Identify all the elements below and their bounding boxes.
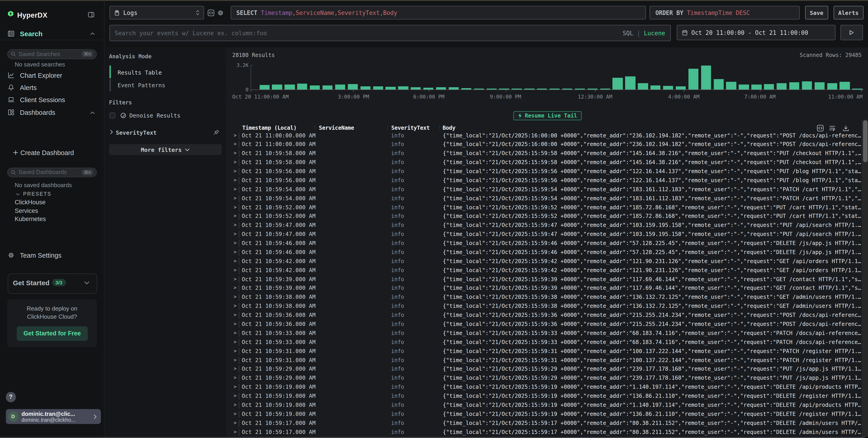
collapse-sidebar-icon[interactable]	[88, 11, 95, 18]
log-row[interactable]: > Oct 21 10:59:42.000 AM info {"time_loc…	[227, 266, 865, 275]
vertical-scrollbar-track[interactable]	[862, 120, 868, 438]
preset-kubernetes[interactable]: Kubernetes	[15, 215, 46, 223]
more-filters-button[interactable]: More filters	[109, 144, 221, 155]
sidebar-item-alerts[interactable]: Alerts	[0, 82, 104, 94]
pin-icon[interactable]	[214, 129, 219, 135]
log-row[interactable]: > Oct 21 10:59:29.000 AM info {"time_loc…	[227, 374, 865, 383]
preset-services[interactable]: Services	[15, 207, 38, 214]
lucene-mode-toggle[interactable]: Lucene	[644, 30, 665, 36]
sidebar-item-client-sessions[interactable]: Client Sessions	[0, 94, 104, 106]
row-expand-chevron[interactable]: >	[234, 177, 237, 183]
log-row[interactable]: > Oct 21 10:59:54.000 AM info {"time_loc…	[227, 194, 865, 203]
row-expand-chevron[interactable]: >	[234, 321, 237, 327]
row-expand-chevron[interactable]: >	[234, 384, 237, 390]
log-row[interactable]: > Oct 21 10:59:47.000 AM info {"time_loc…	[227, 221, 865, 230]
row-expand-chevron[interactable]: >	[234, 213, 237, 219]
date-range-picker[interactable]: Oct 20 11:00:00 - Oct 21 11:00:00	[677, 25, 835, 40]
log-row[interactable]: > Oct 21 10:59:47.000 AM info {"time_loc…	[227, 230, 865, 239]
get-started-card[interactable]: Get Started 3/3	[7, 273, 97, 294]
log-row[interactable]: > Oct 21 10:59:38.000 AM info {"time_loc…	[227, 293, 865, 302]
log-row[interactable]: > Oct 21 10:59:17.000 AM info {"time_loc…	[227, 418, 865, 427]
row-expand-chevron[interactable]: >	[234, 312, 237, 318]
log-row[interactable]: > Oct 21 10:59:39.000 AM info {"time_loc…	[227, 275, 865, 283]
log-row[interactable]: > Oct 21 11:00:00.000 AM info {"time_loc…	[227, 140, 865, 149]
user-menu[interactable]: D dominic.tran@clic... dominic.tran@clic…	[6, 409, 101, 424]
log-row[interactable]: > Oct 21 10:59:46.000 AM info {"time_loc…	[227, 239, 865, 248]
log-row[interactable]: > Oct 21 10:59:31.000 AM info {"time_loc…	[227, 356, 865, 365]
sidebar-item-dashboards[interactable]: Dashboards	[0, 106, 104, 118]
log-row[interactable]: > Oct 21 10:59:56.000 AM info {"time_loc…	[227, 176, 865, 185]
log-row[interactable]: > Oct 21 10:59:19.000 AM info {"time_loc…	[227, 382, 865, 392]
row-expand-chevron[interactable]: >	[234, 186, 237, 192]
save-button[interactable]: Save	[805, 6, 828, 20]
row-expand-chevron[interactable]: >	[234, 294, 237, 300]
row-expand-chevron[interactable]: >	[234, 339, 237, 345]
vertical-scrollbar-thumb[interactable]	[863, 120, 867, 162]
help-button[interactable]: ?	[6, 392, 16, 402]
row-expand-chevron[interactable]: >	[234, 285, 237, 291]
log-row[interactable]: > Oct 21 10:59:31.000 AM info {"time_loc…	[227, 346, 865, 356]
row-expand-chevron[interactable]: >	[234, 258, 237, 264]
create-dashboard-button[interactable]: Create Dashboard	[0, 148, 104, 158]
log-row[interactable]: > Oct 21 10:59:39.000 AM info {"time_loc…	[227, 283, 865, 293]
source-select[interactable]: Logs	[109, 6, 204, 20]
log-row[interactable]: > Oct 21 10:59:33.000 AM info {"time_loc…	[227, 329, 865, 338]
log-row[interactable]: > Oct 21 10:59:36.000 AM info {"time_loc…	[227, 310, 865, 319]
lucene-search-input[interactable]: Search your events w/ Lucene ex. column:…	[109, 25, 671, 41]
gear-icon[interactable]	[217, 9, 224, 16]
row-expand-chevron[interactable]: >	[234, 303, 237, 309]
alerts-button[interactable]: Alerts	[834, 6, 863, 20]
row-expand-chevron[interactable]: >	[234, 429, 237, 435]
severity-filter-group[interactable]: SeverityText	[105, 128, 227, 137]
log-row[interactable]: > Oct 21 10:59:36.000 AM info {"time_loc…	[227, 319, 865, 329]
saved-searches-input[interactable]: Saved Searches ⌘K	[7, 49, 97, 59]
log-row[interactable]: > Oct 21 10:59:19.000 AM info {"time_loc…	[227, 409, 865, 418]
row-expand-chevron[interactable]: >	[234, 411, 237, 417]
log-row[interactable]: > Oct 21 10:59:58.000 AM info {"time_loc…	[227, 158, 865, 167]
log-row[interactable]: > Oct 21 10:59:58.000 AM info {"time_loc…	[227, 149, 865, 158]
row-expand-chevron[interactable]: >	[234, 357, 237, 363]
preset-clickhouse[interactable]: ClickHouse	[15, 199, 46, 206]
page-horizontal-scrollbar[interactable]	[0, 437, 865, 438]
row-expand-chevron[interactable]: >	[234, 159, 237, 165]
row-expand-chevron[interactable]: >	[234, 402, 237, 408]
row-expand-chevron[interactable]: >	[234, 249, 237, 255]
run-query-button[interactable]	[840, 25, 863, 40]
select-query-input[interactable]: SELECT Timestamp,ServiceName,SeverityTex…	[230, 6, 646, 20]
row-expand-chevron[interactable]: >	[234, 168, 237, 174]
sidebar-item-team-settings[interactable]: Team Settings	[0, 249, 104, 261]
log-row[interactable]: > Oct 21 10:59:42.000 AM info {"time_loc…	[227, 257, 865, 266]
denoise-checkbox[interactable]	[109, 112, 115, 119]
sidebar-item-search[interactable]: Search	[0, 28, 104, 40]
order-by-input[interactable]: ORDER BY TimestampTime DESC	[650, 6, 800, 20]
row-expand-chevron[interactable]: >	[234, 366, 237, 372]
row-expand-chevron[interactable]: >	[234, 141, 237, 147]
row-expand-chevron[interactable]: >	[234, 204, 237, 210]
row-expand-chevron[interactable]: >	[234, 276, 237, 282]
row-expand-chevron[interactable]: >	[234, 393, 237, 399]
log-row[interactable]: > Oct 21 10:59:17.000 AM info {"time_loc…	[227, 427, 865, 436]
sql-mode-toggle[interactable]: SQL	[623, 30, 633, 36]
log-row[interactable]: > Oct 21 10:59:56.000 AM info {"time_loc…	[227, 167, 865, 176]
row-expand-chevron[interactable]: >	[234, 267, 237, 273]
row-expand-chevron[interactable]: >	[234, 132, 237, 138]
row-expand-chevron[interactable]: >	[234, 150, 237, 156]
saved-dashboards-input[interactable]: Saved Dashboards ⌘K	[7, 167, 97, 177]
get-started-free-button[interactable]: Get Started for Free	[17, 326, 88, 341]
log-row[interactable]: > Oct 21 10:59:46.000 AM info {"time_loc…	[227, 248, 865, 257]
row-expand-chevron[interactable]: >	[234, 195, 237, 201]
denoise-label[interactable]: Denoise Results	[129, 112, 181, 119]
row-expand-chevron[interactable]: >	[234, 240, 237, 246]
row-expand-chevron[interactable]: >	[234, 375, 237, 381]
row-expand-chevron[interactable]: >	[234, 348, 237, 354]
mode-event-patterns[interactable]: Event Patterns	[118, 82, 165, 89]
mode-results-table[interactable]: Results Table	[118, 69, 162, 76]
log-row[interactable]: > Oct 21 10:59:38.000 AM info {"time_loc…	[227, 302, 865, 310]
log-row[interactable]: > Oct 21 10:59:52.000 AM info {"time_loc…	[227, 212, 865, 221]
row-expand-chevron[interactable]: >	[234, 420, 237, 426]
presets-group[interactable]: PRESETS	[0, 191, 104, 198]
log-row[interactable]: > Oct 21 10:59:52.000 AM info {"time_loc…	[227, 203, 865, 212]
log-row[interactable]: > Oct 21 10:59:33.000 AM info {"time_loc…	[227, 337, 865, 346]
code-toggle-icon[interactable]	[208, 9, 214, 16]
log-row[interactable]: > Oct 21 10:59:54.000 AM info {"time_loc…	[227, 185, 865, 194]
